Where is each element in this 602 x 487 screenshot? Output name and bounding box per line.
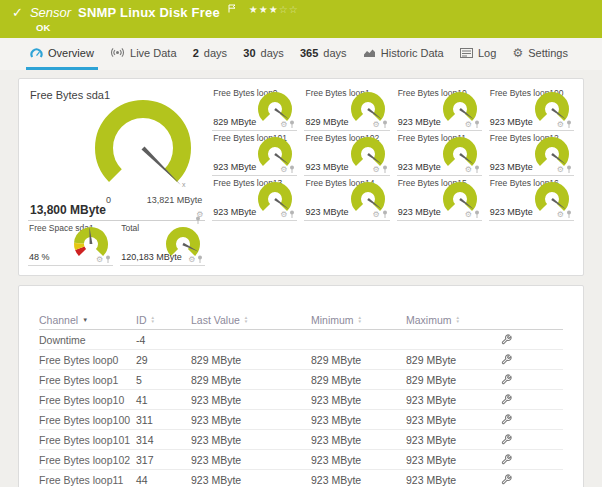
tab-historic-data[interactable]: Historic Data [359, 38, 448, 70]
table-row[interactable]: Downtime -4 [39, 330, 563, 350]
gauge-cell-icons: ⚙ [465, 165, 480, 174]
gauge-cell-free-bytes-loop13[interactable]: Free Bytes loop13 923 MByte ⚙ [212, 176, 297, 221]
gauge-cell-free-bytes-loop10[interactable]: Free Bytes loop10 923 MByte ⚙ [397, 86, 482, 131]
gauge-pin-icon[interactable] [105, 255, 111, 264]
table-row[interactable]: Free Bytes loop1 5 829 MByte 829 MByte 8… [39, 370, 563, 390]
gauge-cell-free-bytes-loop0[interactable]: Free Bytes loop0 829 MByte ⚙ [212, 86, 297, 131]
gauge-pin-icon[interactable] [566, 120, 572, 129]
cell-tools [501, 434, 563, 445]
gauge-pin-icon[interactable] [474, 120, 480, 129]
stars-filled: ★★★ [249, 4, 279, 15]
gauge-settings-icon[interactable]: ⚙ [465, 211, 472, 219]
channel-settings-wrench-icon[interactable] [501, 374, 512, 385]
cell-tools [501, 414, 563, 425]
gauge-pin-icon[interactable] [289, 210, 295, 219]
gauge-cell-icons: ⚙ [372, 165, 387, 174]
log-icon [460, 48, 473, 58]
gauge-settings-icon[interactable]: ⚙ [557, 166, 564, 174]
column-header-id[interactable]: ID▲▼ [136, 314, 191, 326]
tab-overview[interactable]: Overview [26, 38, 98, 70]
priority-stars[interactable]: ★★★☆☆ [249, 2, 299, 17]
gauge-settings-icon[interactable]: ⚙ [280, 166, 287, 174]
cell-channel: Free Bytes loop0 [39, 354, 136, 366]
gauge-settings-icon[interactable]: ⚙ [465, 166, 472, 174]
gauge-cell-main[interactable]: Free Bytes sda1 0 13,821 MByte x 13,800 … [28, 86, 205, 221]
channel-settings-wrench-icon[interactable] [501, 454, 512, 465]
gauge-settings-icon[interactable]: ⚙ [96, 256, 103, 264]
tab-2-days[interactable]: 2days [189, 38, 231, 70]
gauge-settings-icon[interactable]: ⚙ [465, 121, 472, 129]
tab-log[interactable]: Log [456, 38, 500, 70]
tab-settings[interactable]: ⚙Settings [508, 38, 572, 70]
gauge-pin-icon[interactable] [289, 120, 295, 129]
gauge-cell-icons: ⚙ [557, 165, 572, 174]
gauge-scale-max: 13,821 MByte [147, 195, 203, 205]
gauge-settings-icon[interactable]: ⚙ [557, 211, 564, 219]
gauge-settings-icon[interactable]: ⚙ [372, 166, 379, 174]
tab-label: days [204, 47, 227, 59]
gear-icon: ⚙ [512, 48, 523, 58]
gauge-cell-free-bytes-loop100[interactable]: Free Bytes loop100 923 MByte ⚙ [489, 86, 574, 131]
gauge-settings-icon[interactable]: ⚙ [280, 121, 287, 129]
gauge-pin-icon[interactable] [289, 165, 295, 174]
gauge-cell-free-space-sda1[interactable]: Free Space sda1 48 % ⚙ [28, 221, 113, 266]
gauge-cell-total[interactable]: Total 120,183 MByte ⚙ [120, 221, 205, 266]
gauge-value: 923 MByte [398, 117, 441, 127]
gauge-pin-icon[interactable] [566, 165, 572, 174]
gauge-pin-icon[interactable] [197, 255, 203, 264]
column-header-channel[interactable]: Channel▼ [39, 314, 136, 326]
gauge-cell-free-bytes-loop1[interactable]: Free Bytes loop1 829 MByte ⚙ [304, 86, 389, 131]
gauge-cell-free-bytes-loop11[interactable]: Free Bytes loop11 923 MByte ⚙ [397, 131, 482, 176]
gauge-pin-icon[interactable] [382, 165, 388, 174]
column-header-last-value[interactable]: Last Value▲▼ [191, 314, 311, 326]
gauge-pin-icon[interactable] [382, 120, 388, 129]
cell-minimum: 923 MByte [311, 434, 406, 446]
channel-settings-wrench-icon[interactable] [501, 334, 512, 345]
cell-maximum: 829 MByte [406, 374, 501, 386]
gauge-pin-icon[interactable] [566, 210, 572, 219]
gauge-cell-free-bytes-loop14[interactable]: Free Bytes loop14 923 MByte ⚙ [304, 176, 389, 221]
table-row[interactable]: Free Bytes loop100 311 923 MByte 923 MBy… [39, 410, 563, 430]
table-row[interactable]: Free Bytes loop10 41 923 MByte 923 MByte… [39, 390, 563, 410]
cell-maximum: 923 MByte [406, 434, 501, 446]
table-row[interactable]: Free Bytes loop102 317 923 MByte 923 MBy… [39, 450, 563, 470]
tab-number: 2 [193, 47, 199, 59]
gauge-cell-free-bytes-loop16[interactable]: Free Bytes loop16 923 MByte ⚙ [489, 176, 574, 221]
channel-settings-wrench-icon[interactable] [501, 354, 512, 365]
gauge-cell-free-bytes-loop101[interactable]: Free Bytes loop101 923 MByte ⚙ [212, 131, 297, 176]
tab-30-days[interactable]: 30days [239, 38, 288, 70]
gauge-cell-icons: ⚙ [557, 210, 572, 219]
cell-last-value: 923 MByte [191, 474, 311, 486]
gauge-cell-icons: ⚙ [280, 210, 295, 219]
channel-settings-wrench-icon[interactable] [501, 414, 512, 425]
channel-table: Channel▼ID▲▼Last Value▲▼Minimum▲▼Maximum… [19, 286, 583, 487]
gauge-settings-icon[interactable]: ⚙ [372, 211, 379, 219]
cell-minimum: 829 MByte [311, 354, 406, 366]
cell-tools [501, 354, 563, 365]
sort-desc-icon: ▼ [82, 317, 88, 323]
gauge-pin-icon[interactable] [382, 210, 388, 219]
gauge-cell-icons: ⚙ [280, 165, 295, 174]
gauge-pin-icon[interactable] [474, 210, 480, 219]
gauge-cell-icons: ⚙ [465, 210, 480, 219]
gauge-settings-icon[interactable]: ⚙ [557, 121, 564, 129]
cell-minimum: 923 MByte [311, 474, 406, 486]
channel-settings-wrench-icon[interactable] [501, 434, 512, 445]
tab-365-days[interactable]: 365days [296, 38, 351, 70]
table-row[interactable]: Free Bytes loop0 29 829 MByte 829 MByte … [39, 350, 563, 370]
tab-live-data[interactable]: Live Data [106, 38, 180, 70]
gauge-settings-icon[interactable]: ⚙ [280, 211, 287, 219]
table-row[interactable]: Free Bytes loop11 44 923 MByte 923 MByte… [39, 470, 563, 487]
table-row[interactable]: Free Bytes loop101 314 923 MByte 923 MBy… [39, 430, 563, 450]
channel-settings-wrench-icon[interactable] [501, 474, 512, 485]
gauge-cell-free-bytes-loop102[interactable]: Free Bytes loop102 923 MByte ⚙ [304, 131, 389, 176]
channel-settings-wrench-icon[interactable] [501, 394, 512, 405]
gauge-cell-free-bytes-loop12[interactable]: Free Bytes loop12 923 MByte ⚙ [489, 131, 574, 176]
gauge-pin-icon[interactable] [474, 165, 480, 174]
column-header-minimum[interactable]: Minimum▲▼ [311, 314, 406, 326]
gauge-cell-free-bytes-loop15[interactable]: Free Bytes loop15 923 MByte ⚙ [397, 176, 482, 221]
column-header-maximum[interactable]: Maximum▲▼ [406, 314, 501, 326]
gauge-settings-icon[interactable]: ⚙ [188, 256, 195, 264]
gauge-needle-tip-marker: x [182, 181, 186, 188]
gauge-settings-icon[interactable]: ⚙ [372, 121, 379, 129]
